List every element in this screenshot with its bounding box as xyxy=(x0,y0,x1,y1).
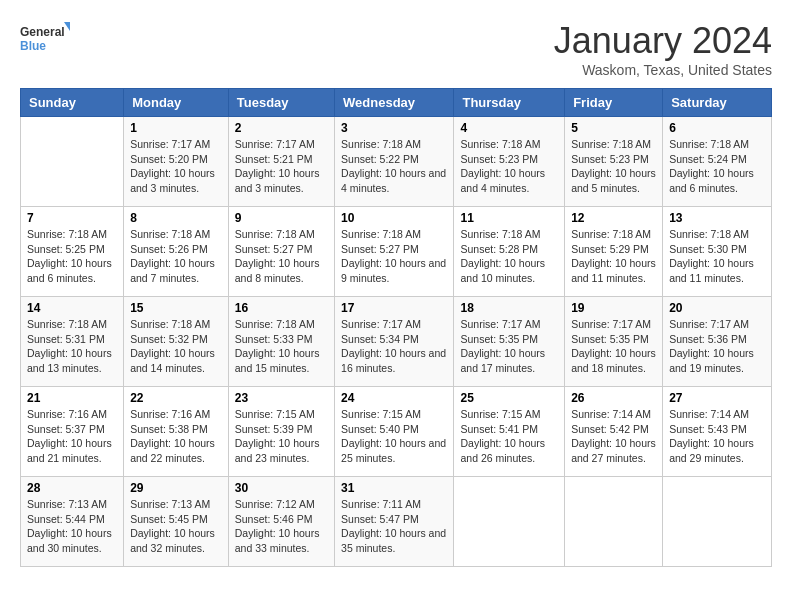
day-info: Sunrise: 7:16 AMSunset: 5:37 PMDaylight:… xyxy=(27,407,117,466)
day-info: Sunrise: 7:18 AMSunset: 5:27 PMDaylight:… xyxy=(235,227,328,286)
calendar-cell xyxy=(663,477,772,567)
calendar-cell: 11 Sunrise: 7:18 AMSunset: 5:28 PMDaylig… xyxy=(454,207,565,297)
header-thursday: Thursday xyxy=(454,89,565,117)
day-info: Sunrise: 7:16 AMSunset: 5:38 PMDaylight:… xyxy=(130,407,222,466)
calendar-cell: 6 Sunrise: 7:18 AMSunset: 5:24 PMDayligh… xyxy=(663,117,772,207)
day-number: 3 xyxy=(341,121,447,135)
svg-text:General: General xyxy=(20,25,65,39)
calendar-cell: 20 Sunrise: 7:17 AMSunset: 5:36 PMDaylig… xyxy=(663,297,772,387)
day-number: 18 xyxy=(460,301,558,315)
day-info: Sunrise: 7:18 AMSunset: 5:32 PMDaylight:… xyxy=(130,317,222,376)
day-info: Sunrise: 7:18 AMSunset: 5:27 PMDaylight:… xyxy=(341,227,447,286)
calendar-cell xyxy=(454,477,565,567)
day-number: 17 xyxy=(341,301,447,315)
day-info: Sunrise: 7:15 AMSunset: 5:41 PMDaylight:… xyxy=(460,407,558,466)
day-number: 23 xyxy=(235,391,328,405)
day-number: 24 xyxy=(341,391,447,405)
calendar-cell: 1 Sunrise: 7:17 AMSunset: 5:20 PMDayligh… xyxy=(124,117,229,207)
header-row: SundayMondayTuesdayWednesdayThursdayFrid… xyxy=(21,89,772,117)
calendar-cell: 5 Sunrise: 7:18 AMSunset: 5:23 PMDayligh… xyxy=(565,117,663,207)
calendar-table: SundayMondayTuesdayWednesdayThursdayFrid… xyxy=(20,88,772,567)
day-number: 13 xyxy=(669,211,765,225)
header-wednesday: Wednesday xyxy=(335,89,454,117)
day-info: Sunrise: 7:14 AMSunset: 5:43 PMDaylight:… xyxy=(669,407,765,466)
day-info: Sunrise: 7:18 AMSunset: 5:24 PMDaylight:… xyxy=(669,137,765,196)
calendar-cell: 21 Sunrise: 7:16 AMSunset: 5:37 PMDaylig… xyxy=(21,387,124,477)
calendar-cell: 22 Sunrise: 7:16 AMSunset: 5:38 PMDaylig… xyxy=(124,387,229,477)
day-info: Sunrise: 7:14 AMSunset: 5:42 PMDaylight:… xyxy=(571,407,656,466)
calendar-cell xyxy=(565,477,663,567)
header-sunday: Sunday xyxy=(21,89,124,117)
day-number: 14 xyxy=(27,301,117,315)
title-block: January 2024 Waskom, Texas, United State… xyxy=(554,20,772,78)
calendar-cell: 7 Sunrise: 7:18 AMSunset: 5:25 PMDayligh… xyxy=(21,207,124,297)
calendar-cell: 24 Sunrise: 7:15 AMSunset: 5:40 PMDaylig… xyxy=(335,387,454,477)
header-monday: Monday xyxy=(124,89,229,117)
calendar-cell: 15 Sunrise: 7:18 AMSunset: 5:32 PMDaylig… xyxy=(124,297,229,387)
day-number: 27 xyxy=(669,391,765,405)
day-info: Sunrise: 7:18 AMSunset: 5:26 PMDaylight:… xyxy=(130,227,222,286)
week-row-3: 21 Sunrise: 7:16 AMSunset: 5:37 PMDaylig… xyxy=(21,387,772,477)
day-number: 8 xyxy=(130,211,222,225)
calendar-cell: 8 Sunrise: 7:18 AMSunset: 5:26 PMDayligh… xyxy=(124,207,229,297)
day-number: 31 xyxy=(341,481,447,495)
week-row-4: 28 Sunrise: 7:13 AMSunset: 5:44 PMDaylig… xyxy=(21,477,772,567)
day-info: Sunrise: 7:18 AMSunset: 5:22 PMDaylight:… xyxy=(341,137,447,196)
day-info: Sunrise: 7:13 AMSunset: 5:44 PMDaylight:… xyxy=(27,497,117,556)
day-info: Sunrise: 7:18 AMSunset: 5:29 PMDaylight:… xyxy=(571,227,656,286)
day-number: 4 xyxy=(460,121,558,135)
day-number: 5 xyxy=(571,121,656,135)
calendar-cell xyxy=(21,117,124,207)
day-info: Sunrise: 7:17 AMSunset: 5:21 PMDaylight:… xyxy=(235,137,328,196)
week-row-2: 14 Sunrise: 7:18 AMSunset: 5:31 PMDaylig… xyxy=(21,297,772,387)
day-number: 10 xyxy=(341,211,447,225)
day-number: 21 xyxy=(27,391,117,405)
calendar-cell: 31 Sunrise: 7:11 AMSunset: 5:47 PMDaylig… xyxy=(335,477,454,567)
day-info: Sunrise: 7:18 AMSunset: 5:23 PMDaylight:… xyxy=(571,137,656,196)
day-info: Sunrise: 7:15 AMSunset: 5:39 PMDaylight:… xyxy=(235,407,328,466)
calendar-cell: 28 Sunrise: 7:13 AMSunset: 5:44 PMDaylig… xyxy=(21,477,124,567)
svg-text:Blue: Blue xyxy=(20,39,46,53)
day-number: 30 xyxy=(235,481,328,495)
page-header: General Blue January 2024 Waskom, Texas,… xyxy=(20,20,772,78)
day-number: 6 xyxy=(669,121,765,135)
calendar-cell: 23 Sunrise: 7:15 AMSunset: 5:39 PMDaylig… xyxy=(228,387,334,477)
calendar-cell: 9 Sunrise: 7:18 AMSunset: 5:27 PMDayligh… xyxy=(228,207,334,297)
calendar-cell: 10 Sunrise: 7:18 AMSunset: 5:27 PMDaylig… xyxy=(335,207,454,297)
logo-svg: General Blue xyxy=(20,20,70,60)
header-saturday: Saturday xyxy=(663,89,772,117)
calendar-cell: 18 Sunrise: 7:17 AMSunset: 5:35 PMDaylig… xyxy=(454,297,565,387)
calendar-cell: 13 Sunrise: 7:18 AMSunset: 5:30 PMDaylig… xyxy=(663,207,772,297)
day-info: Sunrise: 7:18 AMSunset: 5:33 PMDaylight:… xyxy=(235,317,328,376)
day-info: Sunrise: 7:17 AMSunset: 5:34 PMDaylight:… xyxy=(341,317,447,376)
day-number: 26 xyxy=(571,391,656,405)
day-number: 15 xyxy=(130,301,222,315)
calendar-cell: 19 Sunrise: 7:17 AMSunset: 5:35 PMDaylig… xyxy=(565,297,663,387)
calendar-cell: 16 Sunrise: 7:18 AMSunset: 5:33 PMDaylig… xyxy=(228,297,334,387)
day-number: 11 xyxy=(460,211,558,225)
svg-marker-2 xyxy=(64,22,70,34)
day-number: 25 xyxy=(460,391,558,405)
location: Waskom, Texas, United States xyxy=(554,62,772,78)
day-info: Sunrise: 7:18 AMSunset: 5:23 PMDaylight:… xyxy=(460,137,558,196)
day-info: Sunrise: 7:18 AMSunset: 5:30 PMDaylight:… xyxy=(669,227,765,286)
day-info: Sunrise: 7:17 AMSunset: 5:36 PMDaylight:… xyxy=(669,317,765,376)
calendar-cell: 29 Sunrise: 7:13 AMSunset: 5:45 PMDaylig… xyxy=(124,477,229,567)
day-info: Sunrise: 7:17 AMSunset: 5:35 PMDaylight:… xyxy=(460,317,558,376)
day-info: Sunrise: 7:11 AMSunset: 5:47 PMDaylight:… xyxy=(341,497,447,556)
day-info: Sunrise: 7:13 AMSunset: 5:45 PMDaylight:… xyxy=(130,497,222,556)
day-info: Sunrise: 7:17 AMSunset: 5:20 PMDaylight:… xyxy=(130,137,222,196)
day-info: Sunrise: 7:18 AMSunset: 5:31 PMDaylight:… xyxy=(27,317,117,376)
day-number: 29 xyxy=(130,481,222,495)
header-tuesday: Tuesday xyxy=(228,89,334,117)
week-row-0: 1 Sunrise: 7:17 AMSunset: 5:20 PMDayligh… xyxy=(21,117,772,207)
week-row-1: 7 Sunrise: 7:18 AMSunset: 5:25 PMDayligh… xyxy=(21,207,772,297)
calendar-cell: 3 Sunrise: 7:18 AMSunset: 5:22 PMDayligh… xyxy=(335,117,454,207)
month-title: January 2024 xyxy=(554,20,772,62)
calendar-cell: 4 Sunrise: 7:18 AMSunset: 5:23 PMDayligh… xyxy=(454,117,565,207)
calendar-cell: 25 Sunrise: 7:15 AMSunset: 5:41 PMDaylig… xyxy=(454,387,565,477)
calendar-cell: 14 Sunrise: 7:18 AMSunset: 5:31 PMDaylig… xyxy=(21,297,124,387)
day-number: 7 xyxy=(27,211,117,225)
day-info: Sunrise: 7:12 AMSunset: 5:46 PMDaylight:… xyxy=(235,497,328,556)
day-number: 19 xyxy=(571,301,656,315)
